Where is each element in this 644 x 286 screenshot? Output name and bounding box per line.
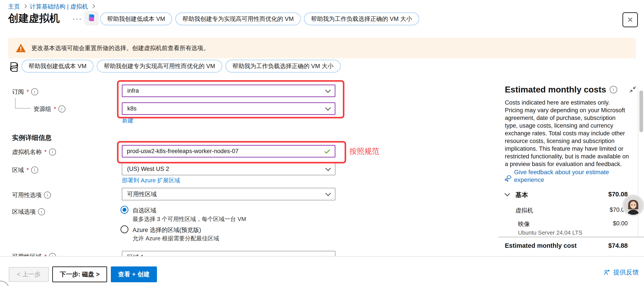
instance-details-heading: 实例详细信息: [12, 133, 52, 142]
previous-button[interactable]: < 上一步: [9, 267, 49, 281]
resource-group-dropdown[interactable]: k8s: [122, 102, 336, 115]
give-feedback-link[interactable]: 提供反馈: [603, 268, 639, 277]
breadcrumb-home-link[interactable]: 主页: [8, 3, 20, 11]
resource-group-label: 资源组 * i: [33, 105, 66, 113]
subscription-dropdown[interactable]: infra: [122, 85, 336, 97]
warning-banner: 更改基本选项可能会重置所做的选择。创建虚拟机前查看所有选项。: [8, 38, 636, 59]
info-icon[interactable]: i: [49, 148, 56, 156]
zone-options-label: 区域选项 i: [12, 208, 45, 216]
radio-self-selected-zones[interactable]: [120, 206, 128, 214]
suggestion-right-vm-size-2[interactable]: 帮助我为工作负载选择正确的 VM 大小: [226, 60, 341, 73]
region-label-text: 区域: [12, 166, 24, 174]
info-icon[interactable]: i: [44, 192, 51, 199]
chevron-right-icon: [91, 4, 95, 8]
cost-item-label: 虚拟机: [516, 206, 533, 214]
annotation-text: 按照规范: [350, 146, 379, 156]
availability-options-dropdown[interactable]: 可用性区域: [122, 188, 336, 200]
next-disks-button[interactable]: 下一步: 磁盘 >: [52, 266, 107, 282]
copilot-suggestions-inline: 帮助我创建低成本 VM 帮助我创建专为实现高可用性而优化的 VM 帮助我为工作负…: [22, 60, 341, 73]
info-icon[interactable]: i: [31, 166, 38, 174]
availability-options-label: 可用性选项 i: [12, 191, 51, 199]
radio-azure-selected-zones-label: Azure 选择的区域(预览版): [132, 226, 201, 234]
radio-self-selected-zones-description: 最多选择 3 个可用性区域，每个区域一台 VM: [132, 215, 246, 223]
create-new-resource-group-link[interactable]: 新建: [122, 117, 134, 124]
copilot-button[interactable]: [84, 11, 99, 26]
required-mark: *: [44, 149, 47, 156]
availability-options-label-text: 可用性选项: [12, 191, 42, 199]
review-create-button[interactable]: 查看 + 创建: [111, 266, 157, 282]
cost-disclaimer: Costs indicated here are estimates only.…: [505, 99, 630, 168]
elbow-connector-vertical: [15, 98, 16, 109]
give-feedback-label: 提供反馈: [613, 268, 639, 277]
page-title: 创建虚拟机: [8, 12, 60, 25]
suggestion-low-cost-vm[interactable]: 帮助我创建低成本 VM: [100, 13, 172, 25]
chevron-down-icon: [325, 190, 331, 196]
close-button[interactable]: ✕: [622, 12, 638, 27]
more-options-button[interactable]: ···: [72, 15, 82, 23]
info-icon[interactable]: i: [31, 88, 38, 95]
copilot-outline-icon: [8, 61, 20, 74]
cost-panel-title: Estimated monthly costs i: [505, 85, 617, 94]
required-mark: *: [54, 106, 56, 112]
required-mark: *: [26, 89, 29, 95]
suggestion-low-cost-vm-2[interactable]: 帮助我创建低成本 VM: [22, 60, 94, 73]
footer-bar: < 上一步 下一步: 磁盘 > 查看 + 创建 提供反馈: [0, 256, 644, 286]
subscription-label-text: 订阅: [12, 88, 24, 96]
radio-azure-selected-zones[interactable]: [120, 225, 128, 233]
resource-group-label-text: 资源组: [33, 105, 51, 113]
estimate-feedback-link[interactable]: Give feedback about your estimate experi…: [514, 168, 630, 184]
radio-self-selected-zones-label: 自选区域: [132, 206, 156, 214]
suggestion-high-availability-vm-2[interactable]: 帮助我创建专为实现高可用性而优化的 VM: [97, 60, 222, 73]
expander-chevron-icon[interactable]: [504, 191, 510, 196]
scrollbar-thumb[interactable]: [640, 91, 643, 132]
chat-feedback-icon: [504, 174, 512, 183]
cost-panel-title-text: Estimated monthly costs: [505, 85, 606, 94]
warning-icon: [16, 44, 26, 53]
cost-item-subtext: Ubuntu Server 24.04 LTS: [518, 229, 582, 236]
warning-message: 更改基本选项可能会重置所做的选择。创建虚拟机前查看所有选项。: [32, 44, 209, 52]
create-vm-page: 主页 计算基础结构 | 虚拟机 创建虚拟机 ··· 帮助我创: [0, 0, 644, 286]
region-dropdown[interactable]: (US) West US 2: [122, 163, 336, 175]
close-icon: ✕: [627, 15, 634, 24]
suggestion-high-availability-vm[interactable]: 帮助我创建专为实现高可用性而优化的 VM: [176, 13, 301, 25]
elbow-connector-horizontal: [15, 108, 30, 109]
collapse-icon[interactable]: [629, 86, 636, 94]
copilot-icon: [87, 13, 96, 23]
info-icon[interactable]: i: [58, 105, 66, 112]
region-label: 区域 * i: [12, 166, 38, 174]
subscription-label: 订阅 * i: [12, 88, 38, 96]
vm-name-input[interactable]: [126, 148, 324, 155]
cost-divider: [498, 237, 644, 237]
cost-group-value: $70.08: [571, 191, 628, 198]
info-icon[interactable]: i: [610, 86, 617, 93]
chevron-down-icon: [325, 87, 330, 93]
chevron-right-icon: [23, 4, 27, 8]
availability-options-value: 可用性区域: [127, 190, 157, 198]
cost-total-value: $74.88: [571, 242, 628, 249]
zone-options-label-text: 区域选项: [12, 208, 36, 216]
vm-name-label: 虚拟机名称 * i: [12, 148, 56, 156]
copilot-suggestions-top: 帮助我创建低成本 VM 帮助我创建专为实现高可用性而优化的 VM 帮助我为工作负…: [100, 13, 419, 25]
breadcrumb-section-link[interactable]: 计算基础结构 | 虚拟机: [30, 3, 88, 11]
cost-item-label: 映像: [518, 220, 530, 228]
breadcrumb: 主页 计算基础结构 | 虚拟机: [8, 3, 98, 11]
subscription-value: infra: [127, 87, 139, 94]
required-mark: *: [26, 167, 29, 174]
cost-total-label: Estimated monthly cost: [505, 242, 576, 249]
suggestion-right-vm-size[interactable]: 帮助我为工作负载选择正确的 VM 大小: [304, 13, 419, 25]
radio-azure-selected-zones-description: 允许 Azure 根据需要分配最佳区域: [132, 235, 219, 242]
assistant-avatar[interactable]: [624, 196, 643, 215]
resource-group-value: k8s: [127, 105, 136, 112]
person-feedback-icon: [603, 269, 611, 276]
region-value: (US) West US 2: [127, 166, 169, 172]
cost-group-label[interactable]: 基本: [516, 191, 528, 199]
vm-name-field: [122, 145, 336, 157]
check-icon: [324, 148, 331, 155]
edge-zone-link[interactable]: 部署到 Azure 扩展区域: [122, 177, 180, 184]
cost-item-value: $70.08: [571, 206, 628, 213]
chevron-down-icon: [325, 105, 330, 111]
chevron-down-icon: [325, 165, 331, 171]
info-icon[interactable]: i: [38, 208, 45, 215]
cost-item-value: $0.00: [571, 220, 628, 227]
vm-name-label-text: 虚拟机名称: [12, 148, 42, 156]
